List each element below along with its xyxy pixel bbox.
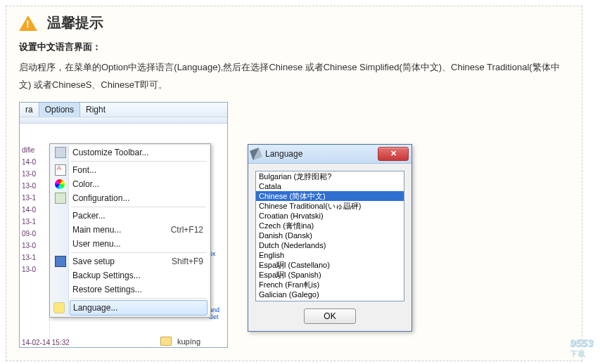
- language-option[interactable]: Chinese (简体中文): [256, 191, 404, 201]
- language-option[interactable]: Chinese Traditional(いゅ羉砰): [256, 201, 404, 211]
- warning-icon: [19, 15, 37, 31]
- language-option[interactable]: Galician (Galego): [256, 299, 404, 301]
- date-cell: 13-1: [20, 252, 49, 264]
- menu-separator: [71, 252, 206, 253]
- menu-item-label: Packer...: [72, 211, 106, 221]
- folder-row[interactable]: kupíng: [160, 337, 200, 346]
- pen-icon: [250, 148, 262, 160]
- menu-item-label: Color...: [72, 179, 99, 189]
- bottom-timestamp: 14-02-14 15:32: [22, 339, 70, 346]
- menu-item[interactable]: Restore Settings...: [51, 282, 209, 297]
- tip-box: 温馨提示 设置中文语言界面： 启动程序，在菜单的Option中选择语言(Lang…: [6, 6, 582, 361]
- menu-item[interactable]: Color...: [51, 177, 209, 191]
- menu-item[interactable]: Packer...: [51, 209, 209, 223]
- dialog-titlebar[interactable]: Language ✕: [248, 145, 411, 164]
- language-option[interactable]: French (Fran軋is): [256, 280, 404, 290]
- close-button[interactable]: ✕: [378, 147, 409, 161]
- date-cell: difie: [20, 144, 49, 156]
- menu-item-label: User menu...: [72, 239, 121, 249]
- tip-header: 温馨提示: [19, 13, 569, 32]
- menu-item-label: Language...: [73, 303, 117, 313]
- language-option[interactable]: Espa駉l (Castellano): [256, 260, 404, 270]
- options-dropdown: Customize Toolbar...Font...Color...Confi…: [49, 143, 211, 318]
- right-peek: oxand Set: [209, 250, 227, 320]
- language-option[interactable]: Dutch (Nederlands): [256, 240, 404, 250]
- tip-subtitle: 设置中文语言界面：: [19, 41, 569, 53]
- date-cell: 13-1: [20, 216, 49, 228]
- menubar-item-right[interactable]: Right: [80, 103, 111, 117]
- menubar-item-options[interactable]: Options: [39, 103, 80, 117]
- menu-item-label: Customize Toolbar...: [72, 148, 149, 157]
- date-cell: 13-1: [20, 192, 49, 204]
- language-option[interactable]: Bulgarian (龙脖囹耜?: [256, 171, 404, 181]
- menu-shortcut: Shift+F9: [172, 256, 203, 266]
- save-icon: [55, 256, 66, 267]
- toolbar-icon: [55, 147, 66, 158]
- date-cell: 14-0: [20, 204, 49, 216]
- language-option[interactable]: Catala: [256, 181, 404, 191]
- menubar: ra Options Right: [20, 103, 227, 117]
- menu-item[interactable]: Main menu...Ctrl+F12: [51, 223, 209, 237]
- menu-item[interactable]: Font...: [51, 163, 209, 177]
- language-dialog: Language ✕ Bulgarian (龙脖囹耜?CatalaChinese…: [248, 144, 412, 332]
- date-cell: 13-0: [20, 240, 49, 252]
- screenshots-row: ra Options Right difie14-013-013-013-114…: [19, 102, 569, 348]
- menu-item[interactable]: Configuration...: [51, 191, 209, 205]
- peek-text: and Set: [209, 306, 227, 320]
- language-option[interactable]: Danish (Dansk): [256, 230, 404, 240]
- menu-item[interactable]: Customize Toolbar...: [51, 145, 209, 160]
- menu-separator: [71, 161, 206, 162]
- peek-text: ox: [209, 250, 227, 257]
- font-icon: [55, 164, 66, 176]
- menu-item-label: Main menu...: [72, 225, 121, 235]
- menu-separator: [71, 207, 206, 207]
- options-menu-screenshot: ra Options Right difie14-013-013-013-114…: [19, 102, 228, 348]
- date-cell: 13-0: [20, 180, 49, 192]
- language-option[interactable]: Espa駉l (Spanish): [256, 270, 404, 280]
- menu-item-label: Backup Settings...: [72, 271, 141, 280]
- dialog-title: Language: [265, 149, 302, 159]
- menu-shortcut: Ctrl+F12: [171, 225, 203, 235]
- menu-item[interactable]: Save setupShift+F9: [51, 254, 209, 268]
- watermark-sub: 下载: [570, 349, 593, 358]
- language-option[interactable]: Czech (膏憤ina): [256, 221, 404, 230]
- ok-button[interactable]: OK: [304, 308, 356, 324]
- menu-item-label: Configuration...: [72, 193, 129, 203]
- date-cell: 14-0: [20, 156, 49, 168]
- tip-body: 启动程序，在菜单的Option中选择语言(Language),然后在选择Chin…: [19, 59, 569, 93]
- toolbar-strip: [20, 117, 227, 124]
- menu-item[interactable]: User menu...: [51, 237, 209, 251]
- watermark: 9553下载: [570, 337, 593, 358]
- lang-icon: [53, 302, 65, 313]
- menu-item-label: Restore Settings...: [72, 285, 142, 294]
- tip-title: 温馨提示: [47, 13, 103, 32]
- language-option[interactable]: Galician (Galego): [256, 290, 404, 299]
- date-cell: 13-0: [20, 168, 49, 180]
- menubar-item-ra[interactable]: ra: [20, 103, 39, 117]
- date-cell: 09-0: [20, 228, 49, 240]
- watermark-main: 9553: [570, 337, 593, 349]
- language-option[interactable]: English: [256, 250, 404, 260]
- language-listbox[interactable]: Bulgarian (龙脖囹耜?CatalaChinese (简体中文)Chin…: [255, 171, 404, 301]
- menu-item-label: Save setup: [72, 256, 115, 266]
- folder-label: kupíng: [177, 337, 200, 346]
- menu-item[interactable]: Backup Settings...: [51, 268, 209, 282]
- color-icon: [55, 179, 65, 189]
- menu-separator: [71, 298, 206, 299]
- menu-item-label: Font...: [72, 165, 96, 175]
- config-icon: [55, 193, 66, 204]
- language-option[interactable]: Croatian (Hrvatski): [256, 211, 404, 221]
- date-cell: 13-0: [20, 264, 49, 275]
- menu-item[interactable]: Language...: [70, 300, 208, 316]
- date-column: difie14-013-013-013-114-013-109-013-013-…: [20, 144, 50, 347]
